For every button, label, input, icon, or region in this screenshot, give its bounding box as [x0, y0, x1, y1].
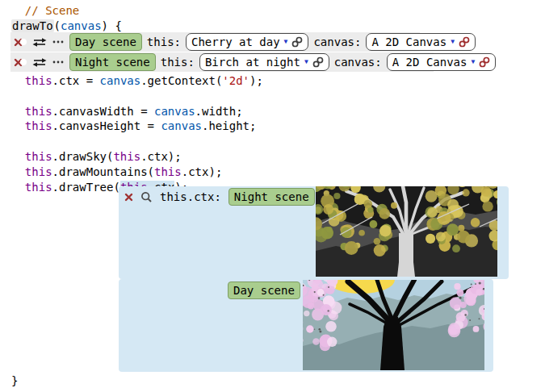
- dropdown-arrow-icon: ▼: [304, 59, 308, 65]
- this-argument-dropdown[interactable]: Cherry at day ▼: [186, 33, 308, 51]
- this-label: this:: [161, 56, 195, 69]
- dropdown-arrow-icon: ▼: [451, 39, 455, 45]
- canvas-preview-day: [303, 280, 484, 370]
- dropdown-value: Cherry at day: [191, 35, 280, 48]
- canvas-argument-dropdown[interactable]: A 2D Canvas ▼: [387, 53, 497, 71]
- probe-close-icon[interactable]: [124, 193, 133, 202]
- probe-expression: this.ctx:: [160, 190, 221, 203]
- probe-example-badge[interactable]: Night scene: [228, 188, 315, 206]
- code-block-close[interactable]: }: [11, 373, 18, 389]
- swap-arrows-icon[interactable]: [32, 37, 47, 48]
- probe-header: this.ctx: Night scene: [124, 189, 315, 205]
- this-label: this:: [147, 35, 181, 48]
- canvas-label: canvas:: [313, 35, 361, 48]
- swap-arrows-icon[interactable]: [32, 57, 47, 68]
- probe-panel-day: Day scene: [119, 279, 493, 372]
- more-options-icon[interactable]: [52, 60, 65, 65]
- link-icon[interactable]: [291, 36, 303, 48]
- example-row-night: Night scene this: Birch at night ▼ canva…: [10, 52, 434, 72]
- dropdown-value: Birch at night: [205, 56, 300, 69]
- more-options-icon[interactable]: [52, 40, 65, 44]
- code-block-body[interactable]: this.ctx = canvas.getContext('2d'); this…: [11, 73, 263, 194]
- link-icon-red[interactable]: [479, 56, 490, 68]
- canvas-preview-night: [316, 186, 497, 277]
- example-name-badge[interactable]: Day scene: [69, 33, 142, 51]
- babylonian-editor: // ScenedrawTo(canvas) { this.ctx = canv…: [0, 0, 545, 392]
- dropdown-value: A 2D Canvas: [371, 35, 446, 48]
- this-argument-dropdown[interactable]: Birch at night ▼: [199, 53, 329, 71]
- probe-panel-night: this.ctx: Night scene: [119, 186, 509, 279]
- canvas-argument-dropdown[interactable]: A 2D Canvas ▼: [366, 33, 476, 51]
- magnifier-icon[interactable]: [140, 191, 153, 203]
- dropdown-arrow-icon: ▼: [471, 59, 475, 65]
- example-row-day: Day scene this: Cherry at day ▼ canvas: …: [10, 32, 420, 52]
- link-icon-red[interactable]: [459, 36, 470, 48]
- dropdown-value: A 2D Canvas: [392, 56, 467, 69]
- dropdown-arrow-icon: ▼: [284, 39, 288, 45]
- canvas-label: canvas:: [334, 56, 382, 69]
- probe-example-badge[interactable]: Day scene: [228, 281, 300, 299]
- example-name-badge[interactable]: Night scene: [69, 53, 156, 71]
- link-icon[interactable]: [312, 56, 324, 68]
- code-block-top[interactable]: // ScenedrawTo(canvas) {: [11, 3, 122, 34]
